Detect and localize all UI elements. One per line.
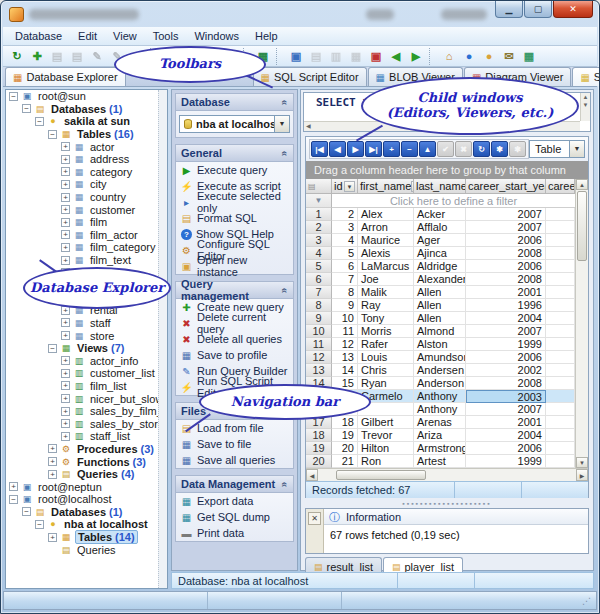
expander-icon[interactable]: − [22, 507, 31, 516]
cell-first-name[interactable]: Gilbert [358, 416, 414, 429]
row-number[interactable]: 5 [306, 260, 332, 273]
menu-windows[interactable]: Windows [186, 28, 247, 44]
row-number[interactable]: 8 [306, 299, 332, 312]
expander-icon[interactable]: + [61, 419, 70, 428]
scroll-left-icon[interactable]: ◀ [306, 469, 318, 481]
resize-grip[interactable]: ⋰ [582, 595, 594, 607]
cell-career-start-year[interactable]: 2008 [466, 273, 546, 286]
chevron-down-icon[interactable]: ▼ [344, 181, 355, 192]
title-bar[interactable]: ▁ ▢ ✕ [1, 1, 599, 27]
cell-id[interactable]: 10 [332, 312, 358, 325]
cell-career[interactable] [546, 390, 575, 403]
expander-icon[interactable]: + [61, 167, 70, 176]
cell-id[interactable]: 12 [332, 338, 358, 351]
tree-node-film-list[interactable]: +▥film_list [6, 380, 167, 393]
cell-career[interactable] [546, 260, 575, 273]
tree-node-staff[interactable]: +▦staff [6, 317, 167, 330]
tree-node-sales-by-film-categor[interactable]: +▥sales_by_film_categor [6, 405, 167, 418]
column-header-career-start-year[interactable]: career_start_year▼ [466, 179, 546, 194]
row-number[interactable]: 20 [306, 455, 332, 468]
cell-first-name[interactable]: Ray [358, 299, 414, 312]
cell-first-name[interactable]: Malik [358, 286, 414, 299]
cell-career[interactable] [546, 208, 575, 221]
expander-icon[interactable]: − [48, 130, 57, 139]
print-data-button[interactable]: ▬Print data [176, 525, 293, 541]
filter-funnel-icon[interactable]: ▼ [306, 194, 332, 208]
expander-icon[interactable]: + [9, 482, 18, 491]
last-record-icon[interactable]: ▶| [365, 141, 382, 157]
tree-node-sakila-at-sun[interactable]: −●sakila at sun [6, 115, 167, 128]
cell-last-name[interactable]: Acker [414, 208, 466, 221]
cell-last-name[interactable]: Artest [414, 455, 466, 468]
cell-last-name[interactable]: Ajinca [414, 247, 466, 260]
cell-last-name[interactable]: Anderson [414, 377, 466, 390]
menu-view[interactable]: View [105, 28, 145, 44]
scroll-down-icon[interactable]: ▼ [576, 457, 588, 468]
save-all-queries-button[interactable]: ▦Save all queries [176, 452, 293, 468]
expander-icon[interactable]: + [61, 218, 70, 227]
cell-first-name[interactable]: Trevor [358, 429, 414, 442]
tree-node-film-actor[interactable]: +▦film_actor [6, 229, 167, 242]
tree-node-sales-by-store[interactable]: +▥sales_by_store [6, 417, 167, 430]
tree-node-root-localhost[interactable]: −▣root@localhost [6, 493, 167, 506]
cell-id[interactable]: 18 [332, 416, 358, 429]
menu-help[interactable]: Help [247, 28, 286, 44]
expander-icon[interactable]: − [22, 104, 31, 113]
column-header-first-name[interactable]: first_name▼ [358, 179, 414, 194]
cell-id[interactable]: 11 [332, 325, 358, 338]
tab-sql-editor[interactable]: ▦SQL Editor: ... [572, 67, 600, 86]
expander-icon[interactable]: + [61, 180, 70, 189]
close-button[interactable]: ✕ [553, 1, 593, 18]
cell-career[interactable] [546, 364, 575, 377]
cell-last-name[interactable]: Almond [414, 325, 466, 338]
commit-transaction-icon[interactable]: ✱ [491, 141, 508, 157]
cell-last-name[interactable]: Armstrong [414, 442, 466, 455]
cell-first-name[interactable]: Maurice [358, 234, 414, 247]
cell-first-name[interactable]: Morris [358, 325, 414, 338]
expander-icon[interactable]: − [9, 92, 18, 101]
menu-tools[interactable]: Tools [145, 28, 187, 44]
expander-icon[interactable]: + [48, 533, 57, 542]
row-number[interactable]: 1 [306, 208, 332, 221]
mail-icon[interactable]: ✉ [500, 48, 518, 65]
cell-career[interactable] [546, 416, 575, 429]
column-header-corner[interactable]: ▤ [306, 179, 332, 194]
column-header-career[interactable]: career [546, 179, 575, 194]
expander-icon[interactable]: + [61, 432, 70, 441]
cell-career-start-year[interactable]: 2006 [466, 260, 546, 273]
cell-career-start-year[interactable]: 2006 [466, 234, 546, 247]
cell-id[interactable]: 2 [332, 208, 358, 221]
expander-icon[interactable]: + [61, 318, 70, 327]
tree-node-staff-list[interactable]: +▥staff_list [6, 430, 167, 443]
cell-first-name[interactable]: LaMarcus [358, 260, 414, 273]
row-number[interactable]: 11 [306, 338, 332, 351]
cell-career[interactable] [546, 273, 575, 286]
tree-node-root-neptun[interactable]: +▣root@neptun [6, 480, 167, 493]
expander-icon[interactable]: + [61, 155, 70, 164]
cell-career-start-year[interactable]: 2007 [466, 221, 546, 234]
tree-node-nba-at-localhost[interactable]: −●nba at localhost [6, 518, 167, 531]
cell-career[interactable] [546, 221, 575, 234]
cell-id[interactable]: 8 [332, 286, 358, 299]
expander-icon[interactable]: − [9, 495, 18, 504]
group-by-band[interactable]: Drag a column header here to group by th… [306, 161, 588, 179]
cards-icon[interactable]: ▦ [520, 48, 538, 65]
database-section-header[interactable]: Database « [176, 94, 293, 111]
expander-icon[interactable]: − [48, 344, 57, 353]
cell-last-name[interactable]: Amundson [414, 351, 466, 364]
cell-career[interactable] [546, 312, 575, 325]
row-number[interactable]: 4 [306, 247, 332, 260]
maximize-button[interactable]: ▢ [524, 1, 552, 18]
row-number[interactable]: 12 [306, 351, 332, 364]
cell-first-name[interactable]: Louis [358, 351, 414, 364]
next-record-icon[interactable]: ▶ [347, 141, 364, 157]
save-to-file-button[interactable]: ▦Save to file [176, 436, 293, 452]
section-header-general[interactable]: General« [176, 145, 293, 162]
expander-icon[interactable]: + [61, 243, 70, 252]
refresh-records-icon[interactable]: ↻ [473, 141, 490, 157]
row-number[interactable]: 6 [306, 273, 332, 286]
expander-icon[interactable]: + [61, 205, 70, 214]
cell-career[interactable] [546, 338, 575, 351]
tree-node-customer-list[interactable]: +▥customer_list [6, 367, 167, 380]
open-new-instance-button[interactable]: ▣Open new instance [176, 258, 293, 274]
